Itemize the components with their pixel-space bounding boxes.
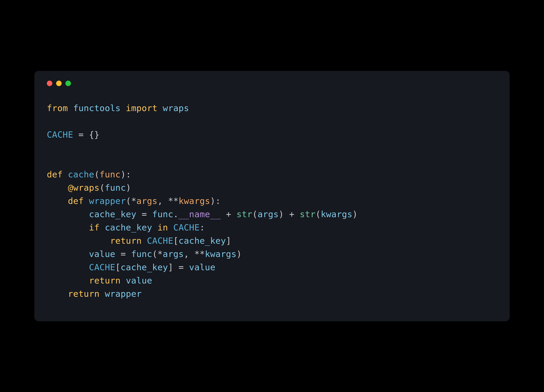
code-token: ( — [94, 169, 100, 179]
code-token: , ** — [184, 249, 205, 259]
code-line: value = func(*args, **kwargs) — [47, 249, 242, 259]
code-token: functools — [73, 103, 120, 113]
code-line: from functools import wraps — [47, 103, 189, 113]
code-token: value — [126, 276, 152, 285]
window-traffic-lights — [47, 81, 497, 86]
code-token: from — [47, 103, 68, 113]
code-line: return wrapper — [47, 289, 142, 299]
code-token: cache_key — [105, 223, 152, 232]
code-token: ) — [352, 209, 358, 219]
code-token: + — [221, 209, 237, 219]
code-token — [47, 236, 110, 246]
code-token: = — [115, 249, 131, 259]
code-token: CACHE — [147, 236, 173, 246]
code-line: def wrapper(*args, **kwargs): — [47, 196, 221, 206]
code-token: args — [163, 249, 184, 259]
code-token: wraps — [163, 103, 189, 113]
code-token — [47, 249, 89, 259]
code-token: wrapper — [105, 289, 142, 299]
code-token: ) — [126, 183, 131, 193]
code-token: kwargs — [321, 209, 352, 219]
code-token — [47, 196, 68, 206]
code-token: def — [68, 196, 84, 206]
close-icon[interactable] — [47, 81, 52, 86]
code-token: value — [89, 249, 115, 259]
code-line: return CACHE[cache_key] — [47, 236, 231, 246]
code-token: func — [152, 209, 173, 219]
code-token: return — [110, 236, 142, 246]
code-token — [100, 289, 105, 299]
code-token: return — [89, 276, 121, 285]
code-token: cache_key — [89, 209, 136, 219]
code-line: return value — [47, 276, 152, 285]
code-token: if — [89, 223, 100, 232]
code-token: ) — [237, 249, 242, 259]
code-token: = — [136, 209, 152, 219]
code-window: from functools import wraps CACHE = {} d… — [35, 71, 509, 321]
code-token: ( — [252, 209, 258, 219]
code-token: func — [131, 249, 152, 259]
code-token: CACHE — [89, 262, 115, 272]
code-token — [47, 209, 89, 219]
code-token — [63, 169, 68, 179]
maximize-icon[interactable] — [65, 81, 71, 86]
code-token: def — [47, 169, 63, 179]
code-token: CACHE — [173, 223, 200, 232]
code-token: ): — [210, 196, 221, 206]
code-token: value — [189, 262, 215, 272]
code-token — [68, 103, 73, 113]
code-line: CACHE[cache_key] = value — [47, 262, 215, 272]
code-token: import — [126, 103, 158, 113]
code-token — [47, 183, 68, 193]
code-token — [158, 103, 163, 113]
code-token: str — [300, 209, 316, 219]
code-token: cache — [68, 169, 94, 179]
code-line: CACHE = {} — [47, 130, 100, 140]
code-token: [ — [173, 236, 178, 246]
code-token — [84, 196, 89, 206]
code-token: ] = — [168, 262, 189, 272]
code-token: __name__ — [178, 209, 221, 219]
code-token: (* — [126, 196, 136, 206]
code-token: CACHE — [47, 130, 73, 140]
code-token: cache_key — [120, 262, 168, 272]
code-token — [120, 276, 126, 285]
code-token — [142, 236, 147, 246]
code-token: return — [68, 289, 100, 299]
code-token: ( — [100, 183, 105, 193]
code-line: if cache_key in CACHE: — [47, 223, 205, 232]
code-token: @wraps — [68, 183, 100, 193]
code-token — [47, 289, 68, 299]
code-token — [168, 223, 173, 232]
code-token: [ — [115, 262, 121, 272]
code-token: ) + — [279, 209, 300, 219]
code-token — [100, 223, 105, 232]
code-token: args — [136, 196, 157, 206]
code-token: func — [105, 183, 126, 193]
code-line: @wraps(func) — [47, 183, 131, 193]
code-token — [47, 276, 89, 285]
code-token: ): — [120, 169, 131, 179]
code-token: (* — [152, 249, 163, 259]
code-token: cache_key — [178, 236, 226, 246]
code-token — [47, 262, 89, 272]
code-token: wrapper — [89, 196, 126, 206]
code-line: cache_key = func.__name__ + str(args) + … — [47, 209, 358, 219]
code-token: in — [158, 223, 168, 232]
code-token — [120, 103, 126, 113]
code-token: args — [258, 209, 278, 219]
code-token: kwargs — [178, 196, 210, 206]
code-token: = {} — [73, 130, 100, 140]
minimize-icon[interactable] — [56, 81, 62, 86]
code-token: kwargs — [205, 249, 237, 259]
code-editor-content: from functools import wraps CACHE = {} d… — [47, 102, 497, 301]
code-token — [47, 223, 89, 232]
code-token: : — [200, 223, 205, 232]
code-token: ( — [316, 209, 321, 219]
code-line: def cache(func): — [47, 169, 131, 179]
code-token: . — [173, 209, 179, 219]
code-token: ] — [226, 236, 231, 246]
code-token — [152, 223, 158, 232]
code-token: , ** — [158, 196, 178, 206]
code-token: str — [237, 209, 252, 219]
